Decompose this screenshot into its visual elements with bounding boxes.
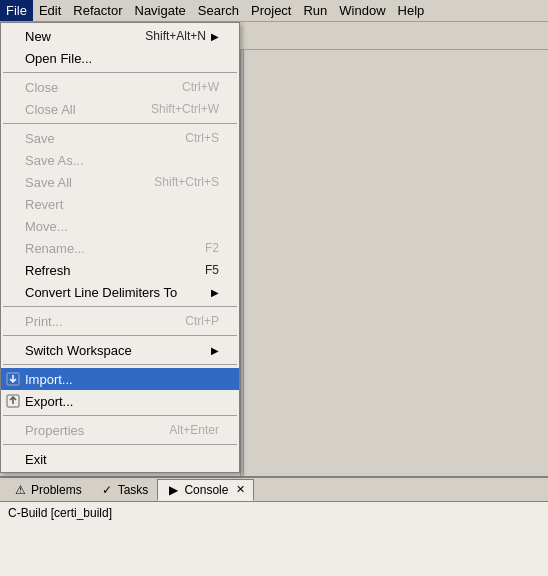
menu-item-properties[interactable]: Properties Alt+Enter xyxy=(1,419,239,441)
menu-item-close-all[interactable]: Close All Shift+Ctrl+W xyxy=(1,98,239,120)
separator-3 xyxy=(3,306,237,307)
menu-navigate[interactable]: Navigate xyxy=(129,0,192,21)
menu-item-move[interactable]: Move... xyxy=(1,215,239,237)
separator-2 xyxy=(3,123,237,124)
menu-item-revert[interactable]: Revert xyxy=(1,193,239,215)
tab-tasks[interactable]: ✓ Tasks xyxy=(91,479,158,501)
menu-item-convert[interactable]: Convert Line Delimiters To ▶ xyxy=(1,281,239,303)
menu-item-exit[interactable]: Exit xyxy=(1,448,239,470)
menu-item-new[interactable]: New Shift+Alt+N ▶ xyxy=(1,25,239,47)
menu-item-rename[interactable]: Rename... F2 xyxy=(1,237,239,259)
file-dropdown-menu: New Shift+Alt+N ▶ Open File... Close Ctr… xyxy=(0,22,240,473)
export-icon xyxy=(5,393,21,409)
menu-edit[interactable]: Edit xyxy=(33,0,67,21)
tab-console[interactable]: ▶ Console ✕ xyxy=(157,479,254,501)
menu-item-save-as[interactable]: Save As... xyxy=(1,149,239,171)
menu-item-open-file[interactable]: Open File... xyxy=(1,47,239,69)
menu-bar: File Edit Refactor Navigate Search Proje… xyxy=(0,0,548,22)
menu-item-save[interactable]: Save Ctrl+S xyxy=(1,127,239,149)
menu-run[interactable]: Run xyxy=(297,0,333,21)
menu-project[interactable]: Project xyxy=(245,0,297,21)
menu-item-print[interactable]: Print... Ctrl+P xyxy=(1,310,239,332)
menu-file[interactable]: File xyxy=(0,0,33,21)
menu-item-export[interactable]: Export... xyxy=(1,390,239,412)
tab-close-icon[interactable]: ✕ xyxy=(236,483,245,496)
separator-7 xyxy=(3,444,237,445)
problems-icon: ⚠ xyxy=(13,483,27,497)
menu-item-save-all[interactable]: Save All Shift+Ctrl+S xyxy=(1,171,239,193)
tasks-icon: ✓ xyxy=(100,483,114,497)
separator-6 xyxy=(3,415,237,416)
import-icon xyxy=(5,371,21,387)
bottom-panel: ⚠ Problems ✓ Tasks ▶ Console ✕ C-Build [… xyxy=(0,476,548,576)
menu-help[interactable]: Help xyxy=(392,0,431,21)
bottom-tab-bar: ⚠ Problems ✓ Tasks ▶ Console ✕ xyxy=(0,478,548,502)
menu-item-refresh[interactable]: Refresh F5 xyxy=(1,259,239,281)
menu-window[interactable]: Window xyxy=(333,0,391,21)
separator-4 xyxy=(3,335,237,336)
menu-item-import[interactable]: Import... xyxy=(1,368,239,390)
separator-1 xyxy=(3,72,237,73)
menu-item-switch-workspace[interactable]: Switch Workspace ▶ xyxy=(1,339,239,361)
vertical-divider xyxy=(240,50,244,476)
tab-problems[interactable]: ⚠ Problems xyxy=(4,479,91,501)
console-icon: ▶ xyxy=(166,483,180,497)
separator-5 xyxy=(3,364,237,365)
bottom-content: C-Build [certi_build] xyxy=(0,502,548,524)
menu-item-close[interactable]: Close Ctrl+W xyxy=(1,76,239,98)
menu-refactor[interactable]: Refactor xyxy=(67,0,128,21)
menu-search[interactable]: Search xyxy=(192,0,245,21)
